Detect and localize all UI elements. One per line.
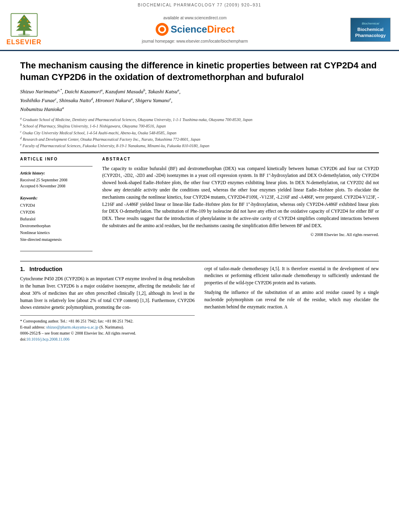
author-hanioka: Nobumitsu Hanioka: [20, 106, 62, 112]
main-content: The mechanism causing the difference in …: [0, 51, 399, 342]
keyword-6: Site-directed mutagenesis: [20, 236, 93, 243]
affiliation-a: a Graduate School of Medicine, Dentistry…: [20, 116, 379, 123]
intro-col2-paragraph-2: Studying the influence of the substituti…: [204, 289, 379, 310]
author-kazamori-sup: a: [101, 88, 103, 92]
svg-point-14: [160, 27, 165, 32]
author-funae: Yoshihiko Funae: [20, 97, 55, 103]
intro-col1-text: Cytochrome P450 2D6 (CYP2D6) is an impor…: [20, 275, 195, 311]
author-katsu-sup: a: [177, 88, 179, 92]
intro-col2-paragraph-1: cept of tailor-made chemotherapy [4,5]. …: [204, 265, 379, 287]
section-number: 1.: [20, 266, 25, 272]
author-narimatsu: Shizuo Narimatsu: [20, 88, 58, 94]
journal-homepage-link: journal homepage: www.elsevier.com/locat…: [142, 39, 248, 44]
divider-info-bottom: [20, 251, 93, 251]
article-info-header: ARTICLE INFO: [20, 156, 93, 162]
footnote-doi-line: 0006-2952/$ – see front matter © 2008 El…: [20, 330, 195, 336]
article-title: The mechanism causing the difference in …: [20, 60, 379, 83]
header-section: ELSEVIER available at www.sciencedirect.…: [0, 10, 399, 47]
footnote-corresponding: * Corresponding author. Tel.: +81 86 251…: [20, 318, 195, 324]
info-abstract-section: ARTICLE INFO Article history: Received 2…: [20, 156, 379, 255]
author-kazamori: Daichi Kazamori: [65, 88, 101, 94]
divider-info-top: [20, 166, 93, 166]
keyword-2: CYP2D6: [20, 209, 93, 216]
svg-point-6: [27, 21, 28, 22]
journal-logo-top: Biochemical: [354, 21, 387, 26]
sd-text: ScienceDirect: [171, 23, 234, 36]
intro-heading: 1. Introduction: [20, 265, 195, 273]
author-naito: Shinsaku Naito: [59, 97, 91, 103]
elsevier-logo-area: ELSEVIER: [6, 13, 41, 47]
author-katsu: Takashi Katsu: [148, 88, 177, 94]
article-info-col: ARTICLE INFO Article history: Received 2…: [20, 156, 93, 255]
body-two-col: 1. Introduction Cytochrome P450 2D6 (CYP…: [20, 265, 379, 343]
email-link[interactable]: shizuo@pharm.okayama-u.ac.jp: [46, 325, 98, 329]
footnote-email: E-mail address: shizuo@pharm.okayama-u.a…: [20, 324, 195, 330]
keyword-4: Dextromethorphan: [20, 222, 93, 229]
accepted-date: Accepted 6 November 2008: [20, 183, 93, 189]
footnote-doi: doi:10.1016/j.bcp.2008.11.006: [20, 336, 195, 342]
journal-logo-box: Biochemical Biochemical Pharmacology: [350, 18, 391, 42]
page: BIOCHEMICAL PHARMACOLOGY 77 (2009) 920–9…: [0, 0, 399, 532]
svg-point-8: [18, 25, 19, 26]
svg-point-10: [23, 25, 25, 27]
journal-citation: BIOCHEMICAL PHARMACOLOGY 77 (2009) 920–9…: [138, 3, 261, 7]
author-masuda: Kazufumi Masuda: [105, 88, 144, 94]
section-title: Introduction: [29, 266, 62, 272]
author-yamano: Shigeru Yamano: [135, 97, 169, 103]
author-hanioka-sup: a: [62, 106, 64, 110]
keyword-5: Nonlinear kinetics: [20, 229, 93, 236]
abstract-header: ABSTRACT: [102, 156, 379, 162]
keyword-1: CYP2D4: [20, 202, 93, 209]
body-col-left: 1. Introduction Cytochrome P450 2D6 (CYP…: [20, 265, 195, 343]
authors-line: Shizuo Narimatsua,*, Daichi Kazamoria, K…: [20, 87, 379, 114]
affiliation-b: b School of Pharmacy, Shujitsu Universit…: [20, 123, 379, 129]
author-narimatsu-sup: a,*: [58, 88, 62, 92]
elsevier-wordmark: ELSEVIER: [6, 38, 41, 47]
affiliation-e: e Faculty of Pharmaceutical Sciences, Fu…: [20, 142, 379, 149]
keyword-3: Bufuralol: [20, 216, 93, 222]
doi-link[interactable]: 10.1016/j.bcp.2008.11.006: [27, 337, 70, 341]
svg-point-5: [20, 20, 21, 21]
body-section: 1. Introduction Cytochrome P450 2D6 (CYP…: [20, 261, 379, 343]
abstract-col: ABSTRACT The capacity to oxidize bufural…: [102, 156, 379, 255]
affiliation-c: c Osaka City University Medical School, …: [20, 129, 379, 136]
intro-col2-text: cept of tailor-made chemotherapy [4,5]. …: [204, 265, 379, 311]
author-nakura: Hironori Nakura: [95, 97, 131, 103]
keywords-list: CYP2D4 CYP2D6 Bufuralol Dextromethorphan…: [20, 202, 93, 243]
svg-point-9: [29, 24, 30, 25]
author-yamano-sup: e: [169, 97, 171, 101]
received-date: Received 25 September 2008: [20, 177, 93, 183]
intro-col1-paragraph: Cytochrome P450 2D6 (CYP2D6) is an impor…: [20, 275, 195, 311]
body-col-right: cept of tailor-made chemotherapy [4,5]. …: [204, 265, 379, 343]
copyright: © 2008 Elsevier Inc. All rights reserved…: [102, 232, 379, 238]
history-label: Article history:: [20, 170, 93, 176]
elsevier-tree-icon: [10, 13, 38, 37]
author-naito-sup: d: [91, 97, 93, 101]
affiliations: a Graduate School of Medicine, Dentistry…: [20, 116, 379, 149]
footnote-area: * Corresponding author. Tel.: +81 86 251…: [20, 315, 195, 342]
journal-logo-area: Biochemical Biochemical Pharmacology: [348, 13, 393, 47]
author-nakura-sup: a: [131, 97, 133, 101]
author-funae-sup: c: [55, 97, 57, 101]
sciencedirect-logo: ScienceDirect: [155, 23, 234, 36]
available-text: available at www.sciencedirect.com: [163, 15, 226, 21]
abstract-text: The capacity to oxidize bufuralol (BF) a…: [102, 165, 379, 230]
keywords-label: Keywords:: [20, 195, 93, 201]
affiliation-d: d Research and Development Center, Otsuk…: [20, 136, 379, 142]
divider-after-affiliations: [20, 152, 379, 153]
svg-point-7: [23, 17, 25, 18]
sd-logo-icon: [155, 23, 169, 36]
svg-point-1: [18, 33, 30, 36]
journal-logo-title: Biochemical Pharmacology: [354, 27, 387, 38]
header-center: available at www.sciencedirect.com Scien…: [45, 13, 344, 47]
journal-top-bar: BIOCHEMICAL PHARMACOLOGY 77 (2009) 920–9…: [0, 0, 399, 10]
author-masuda-sup: b: [143, 88, 145, 92]
abstract-paragraph: The capacity to oxidize bufuralol (BF) a…: [102, 165, 379, 230]
